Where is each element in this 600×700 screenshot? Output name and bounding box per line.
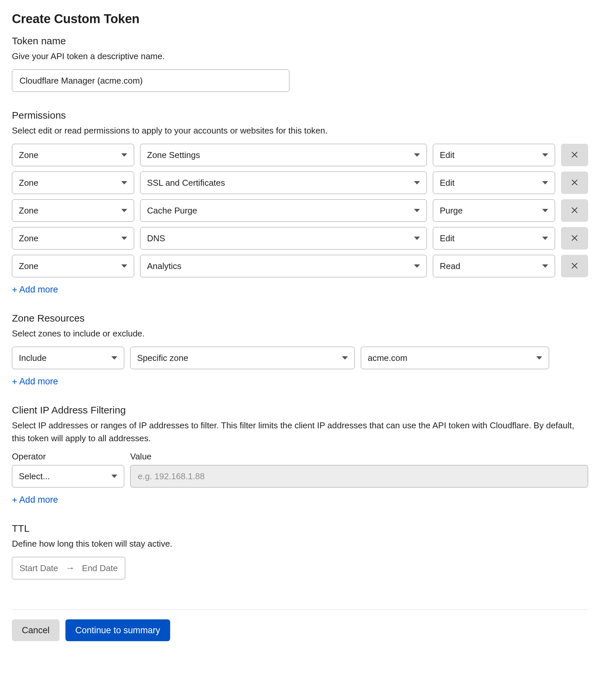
- permission-row: ZoneCache PurgePurge: [12, 199, 588, 222]
- close-icon: [570, 206, 579, 216]
- ip-value-label: Value: [130, 451, 588, 462]
- permission-resource-select[interactable]: Analytics: [140, 255, 427, 277]
- close-icon: [570, 178, 579, 188]
- chevron-down-icon: [342, 356, 348, 359]
- permission-scope-value: Zone: [19, 205, 38, 216]
- permission-level-select[interactable]: Edit: [433, 227, 555, 250]
- permissions-add-more[interactable]: + Add more: [12, 284, 58, 295]
- permission-resource-value: DNS: [147, 233, 165, 244]
- cancel-button[interactable]: Cancel: [12, 619, 59, 641]
- plus-icon: +: [12, 285, 17, 295]
- permission-scope-value: Zone: [19, 150, 38, 160]
- permission-resource-value: Zone Settings: [147, 150, 200, 160]
- ip-value-input[interactable]: [137, 471, 581, 482]
- permission-scope-select[interactable]: Zone: [12, 227, 134, 250]
- chevron-down-icon: [121, 181, 127, 184]
- close-icon: [570, 234, 579, 243]
- ttl-heading: TTL: [12, 523, 588, 534]
- chevron-down-icon: [121, 236, 127, 240]
- ip-filter-heading: Client IP Address Filtering: [12, 404, 588, 416]
- permissions-section: Permissions Select edit or read permissi…: [12, 110, 588, 295]
- ip-operator-label: Operator: [12, 451, 124, 462]
- chevron-down-icon: [414, 209, 420, 212]
- zone-resources-add-more[interactable]: + Add more: [12, 376, 58, 387]
- ip-operator-select[interactable]: Select...: [12, 465, 124, 488]
- chevron-down-icon: [121, 265, 127, 268]
- token-name-desc: Give your API token a descriptive name.: [12, 50, 588, 63]
- permission-scope-select[interactable]: Zone: [12, 199, 134, 222]
- zone-scope-select[interactable]: Specific zone: [130, 347, 355, 369]
- zone-mode-value: Include: [19, 353, 47, 363]
- zone-scope-value: Specific zone: [137, 353, 188, 363]
- zone-mode-select[interactable]: Include: [12, 347, 124, 369]
- ttl-start-label: Start Date: [20, 563, 58, 573]
- ttl-end-label: End Date: [82, 563, 118, 573]
- permission-resource-select[interactable]: SSL and Certificates: [140, 172, 427, 194]
- chevron-down-icon: [542, 153, 548, 157]
- ttl-section: TTL Define how long this token will stay…: [12, 523, 588, 579]
- chevron-down-icon: [111, 356, 117, 359]
- permission-remove-button[interactable]: [561, 172, 588, 194]
- permission-level-select[interactable]: Edit: [433, 144, 555, 166]
- ip-filter-desc: Select IP addresses or ranges of IP addr…: [12, 419, 588, 445]
- ttl-desc: Define how long this token will stay act…: [12, 538, 588, 550]
- continue-button[interactable]: Continue to summary: [66, 619, 170, 641]
- permission-scope-select[interactable]: Zone: [12, 255, 134, 277]
- permission-remove-button[interactable]: [561, 144, 588, 166]
- permission-scope-value: Zone: [19, 178, 38, 188]
- token-name-input-wrapper: [12, 69, 289, 92]
- permission-scope-select[interactable]: Zone: [12, 172, 134, 194]
- chevron-down-icon: [542, 181, 548, 184]
- arrow-right-icon: →: [66, 563, 75, 573]
- ttl-date-range[interactable]: Start Date → End Date: [12, 557, 125, 579]
- chevron-down-icon: [542, 236, 548, 240]
- permission-resource-select[interactable]: Cache Purge: [140, 199, 427, 222]
- permission-level-value: Edit: [440, 150, 454, 160]
- chevron-down-icon: [111, 475, 117, 478]
- zone-name-select[interactable]: acme.com: [361, 347, 549, 369]
- permission-remove-button[interactable]: [561, 199, 588, 222]
- page-title: Create Custom Token: [12, 12, 588, 26]
- permissions-desc: Select edit or read permissions to apply…: [12, 124, 588, 137]
- ip-filter-section: Client IP Address Filtering Select IP ad…: [12, 404, 588, 505]
- plus-icon: +: [12, 377, 17, 386]
- chevron-down-icon: [121, 153, 127, 157]
- footer-buttons: Cancel Continue to summary: [12, 619, 588, 641]
- permissions-add-more-label: Add more: [19, 284, 58, 295]
- token-name-section: Token name Give your API token a descrip…: [12, 35, 588, 92]
- permission-row: ZoneSSL and CertificatesEdit: [12, 172, 588, 194]
- permission-level-select[interactable]: Purge: [433, 199, 555, 222]
- permission-scope-value: Zone: [19, 261, 38, 271]
- permission-row: ZoneAnalyticsRead: [12, 255, 588, 277]
- zone-resources-section: Zone Resources Select zones to include o…: [12, 312, 588, 387]
- ip-operator-value: Select...: [19, 471, 50, 481]
- ip-filter-add-more[interactable]: + Add more: [12, 495, 58, 505]
- chevron-down-icon: [414, 265, 420, 268]
- permission-scope-select[interactable]: Zone: [12, 144, 134, 166]
- permission-level-select[interactable]: Edit: [433, 172, 555, 194]
- permission-resource-value: Analytics: [147, 261, 181, 271]
- token-name-input[interactable]: [19, 75, 283, 86]
- divider: [12, 609, 588, 609]
- permissions-heading: Permissions: [12, 110, 588, 121]
- zone-resources-add-more-label: Add more: [19, 376, 58, 387]
- chevron-down-icon: [536, 356, 542, 359]
- permission-resource-value: SSL and Certificates: [147, 178, 225, 188]
- zone-resource-row: IncludeSpecific zoneacme.com: [12, 347, 588, 369]
- permission-row: ZoneDNSEdit: [12, 227, 588, 250]
- permission-level-value: Purge: [440, 205, 463, 216]
- chevron-down-icon: [414, 181, 420, 184]
- zone-resources-heading: Zone Resources: [12, 312, 588, 324]
- permission-resource-select[interactable]: Zone Settings: [140, 144, 427, 166]
- plus-icon: +: [12, 495, 17, 505]
- chevron-down-icon: [414, 236, 420, 240]
- permission-remove-button[interactable]: [561, 255, 588, 277]
- permission-row: ZoneZone SettingsEdit: [12, 144, 588, 166]
- permission-level-select[interactable]: Read: [433, 255, 555, 277]
- permission-remove-button[interactable]: [561, 227, 588, 250]
- chevron-down-icon: [121, 209, 127, 212]
- permission-level-value: Edit: [440, 178, 454, 188]
- ip-value-input-wrapper: [130, 465, 588, 488]
- permission-resource-select[interactable]: DNS: [140, 227, 427, 250]
- permission-resource-value: Cache Purge: [147, 205, 197, 216]
